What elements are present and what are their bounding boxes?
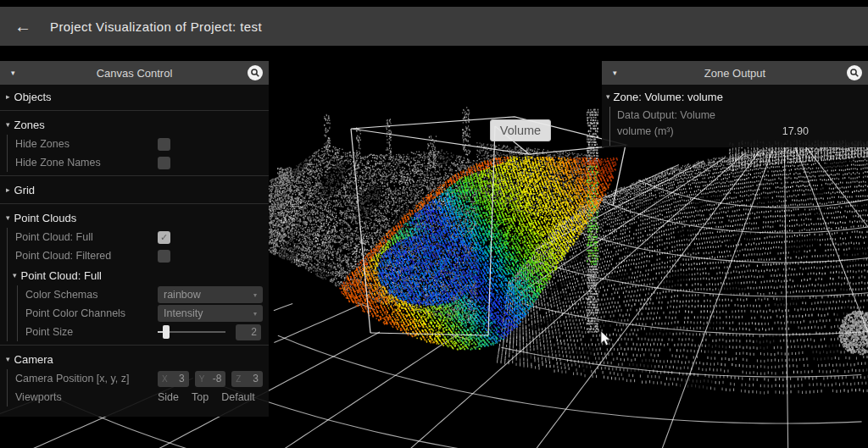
viewports-row: Viewports Side Top Default bbox=[8, 388, 269, 407]
page-title: Project Visualization of Project: test bbox=[50, 19, 262, 34]
app-header: ← Project Visualization of Project: test bbox=[0, 7, 868, 46]
data-output-row: Data Output: Volume bbox=[610, 107, 868, 123]
caret-down-icon bbox=[6, 355, 10, 363]
point-cloud-full-row: Point Cloud: Full bbox=[8, 228, 269, 246]
camera-position-row: Camera Position [x, y, z] X 3 Y -8 Z 3 bbox=[8, 369, 269, 388]
camera-x-field[interactable]: X 3 bbox=[158, 371, 189, 387]
app-window: ← Project Visualization of Project: test… bbox=[0, 0, 868, 448]
section-grid[interactable]: Grid bbox=[0, 180, 269, 200]
caret-right-icon bbox=[6, 185, 10, 194]
canvas-control-panel: Canvas Control Objects Zones Hide Zones bbox=[0, 61, 269, 417]
caret-right-icon bbox=[6, 92, 10, 101]
search-icon[interactable] bbox=[847, 65, 862, 80]
color-schemas-row: Color Schemas rainbow bbox=[18, 285, 269, 304]
point-size-row: Point Size 2 bbox=[18, 323, 269, 341]
chevron-down-icon bbox=[253, 310, 257, 318]
zone-output-panel: Zone Output Zone: Volume: volume Data Ou… bbox=[602, 61, 868, 147]
search-icon[interactable] bbox=[248, 65, 263, 80]
chevron-down-icon bbox=[253, 291, 257, 299]
color-schemas-select[interactable]: rainbow bbox=[158, 286, 263, 303]
viewport-side-button[interactable]: Side bbox=[158, 391, 179, 403]
volume-metric-label: volume (m³) bbox=[617, 125, 674, 137]
canvas-control-header: Canvas Control bbox=[0, 61, 269, 85]
camera-y-field[interactable]: Y -8 bbox=[195, 371, 226, 387]
hide-zones-row: Hide Zones bbox=[8, 135, 269, 153]
caret-down-icon bbox=[13, 271, 17, 279]
zone-output-header: Zone Output bbox=[602, 61, 868, 85]
viewport-top-button[interactable]: Top bbox=[192, 391, 209, 403]
caret-down-icon bbox=[6, 120, 10, 129]
camera-z-field[interactable]: Z 3 bbox=[231, 371, 263, 387]
hide-zone-names-checkbox[interactable] bbox=[158, 157, 170, 169]
mouse-cursor-icon bbox=[600, 330, 612, 347]
hide-zones-checkbox[interactable] bbox=[158, 138, 170, 151]
point-cloud-full-checkbox[interactable] bbox=[158, 231, 170, 244]
subsection-point-cloud-full[interactable]: Point Cloud: Full bbox=[8, 265, 269, 285]
section-objects[interactable]: Objects bbox=[0, 86, 269, 107]
caret-down-icon bbox=[6, 213, 10, 222]
zone-volume-header[interactable]: Zone: Volume: volume bbox=[602, 86, 868, 107]
section-point-clouds[interactable]: Point Clouds bbox=[0, 207, 269, 228]
point-size-slider[interactable] bbox=[158, 331, 225, 333]
section-camera[interactable]: Camera bbox=[0, 349, 269, 369]
volume-metric-value: 17.90 bbox=[782, 125, 809, 137]
point-color-channels-row: Point Color Channels Intensity bbox=[18, 304, 269, 323]
zone-3d-label: Volume bbox=[490, 119, 551, 141]
viewport-default-button[interactable]: Default bbox=[221, 391, 255, 403]
volume-metric-row: volume (m³) 17.90 bbox=[610, 123, 868, 139]
canvas-control-body: Objects Zones Hide Zones Hide Zone Names bbox=[0, 85, 269, 407]
point-cloud-filtered-row: Point Cloud: Filtered bbox=[8, 246, 269, 265]
canvas-control-title: Canvas Control bbox=[0, 67, 269, 80]
point-cloud-filtered-checkbox[interactable] bbox=[158, 250, 170, 263]
caret-down-icon bbox=[606, 92, 610, 101]
zone-output-title: Zone Output bbox=[602, 67, 868, 80]
point-color-channels-select[interactable]: Intensity bbox=[158, 305, 263, 322]
hide-zone-names-row: Hide Zone Names bbox=[8, 153, 269, 172]
section-zones[interactable]: Zones bbox=[0, 114, 269, 135]
slider-knob[interactable] bbox=[163, 325, 170, 339]
back-arrow-icon[interactable]: ← bbox=[14, 17, 31, 36]
point-size-value[interactable]: 2 bbox=[236, 324, 261, 340]
